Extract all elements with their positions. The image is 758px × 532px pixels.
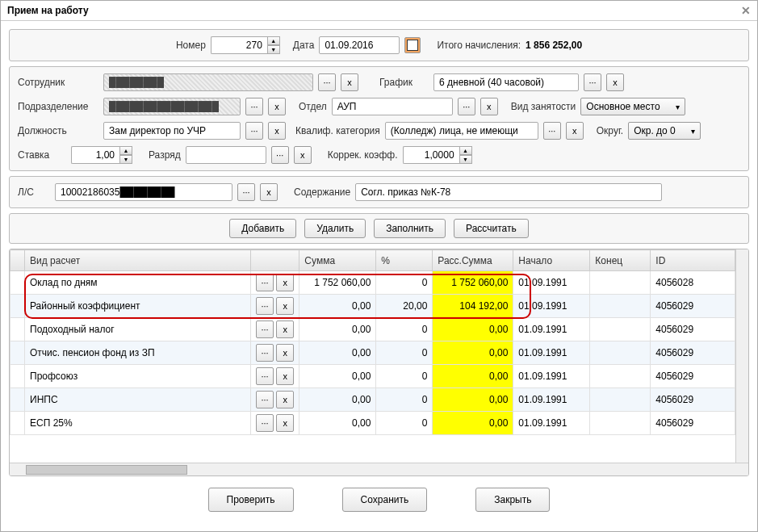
qualif-lookup-button[interactable]: ··· <box>543 122 561 140</box>
col-sum[interactable]: Сумма <box>299 250 376 271</box>
spin-up-icon[interactable]: ▲ <box>267 36 280 45</box>
close-icon[interactable]: ✕ <box>741 4 751 17</box>
calc-cell[interactable]: 0,00 <box>433 412 513 435</box>
row-clear-button[interactable]: x <box>276 414 294 432</box>
row-clear-button[interactable]: x <box>276 274 294 291</box>
expand-cell[interactable] <box>10 412 25 435</box>
name-cell[interactable]: Районный коэффициент <box>25 295 251 318</box>
position-lookup-button[interactable]: ··· <box>245 122 263 140</box>
col-id[interactable]: ID <box>651 250 735 271</box>
col-start[interactable]: Начало <box>513 250 590 271</box>
qualif-clear-button[interactable]: x <box>566 122 584 140</box>
position-clear-button[interactable]: x <box>268 122 286 140</box>
name-cell[interactable]: Профсоюз <box>25 365 251 388</box>
check-button[interactable]: Проверить <box>208 488 294 512</box>
horizontal-scrollbar[interactable] <box>10 463 748 475</box>
number-input[interactable] <box>211 36 267 54</box>
round-select[interactable]: Окр. до 0 <box>628 122 701 140</box>
calc-cell[interactable]: 0,00 <box>433 341 513 365</box>
employee-input[interactable] <box>103 73 313 91</box>
expand-cell[interactable] <box>10 295 25 318</box>
coeff-input[interactable] <box>403 146 459 164</box>
position-input[interactable] <box>103 122 241 140</box>
spin-down-icon[interactable]: ▼ <box>119 155 132 164</box>
account-input[interactable] <box>55 183 232 201</box>
employee-clear-button[interactable]: x <box>341 73 358 91</box>
employment-select[interactable]: Основное место <box>580 98 685 115</box>
end-cell[interactable] <box>590 412 651 435</box>
close-button[interactable]: Закрыть <box>475 488 550 512</box>
scrollbar-thumb[interactable] <box>26 465 187 475</box>
name-cell[interactable]: Оклад по дням <box>25 271 251 295</box>
row-clear-button[interactable]: x <box>276 367 294 385</box>
pct-cell[interactable]: 0 <box>376 341 433 365</box>
qualif-input[interactable] <box>385 122 538 140</box>
row-clear-button[interactable]: x <box>276 320 294 338</box>
col-name[interactable]: Вид расчет <box>25 250 251 271</box>
table-row[interactable]: Подоходный налог··· x0,0000,0001.09.1991… <box>10 318 735 341</box>
table-row[interactable]: Районный коэффициент··· x0,0020,00104 19… <box>10 295 735 318</box>
sum-cell[interactable]: 0,00 <box>299 318 376 341</box>
calc-cell[interactable]: 0,00 <box>433 365 513 388</box>
col-pct[interactable]: % <box>376 250 433 271</box>
rate-spinner[interactable]: ▲▼ <box>71 146 132 164</box>
start-cell[interactable]: 01.09.1991 <box>513 365 590 388</box>
employee-lookup-button[interactable]: ··· <box>318 73 336 91</box>
add-button[interactable]: Добавить <box>229 219 296 238</box>
end-cell[interactable] <box>590 388 651 412</box>
end-cell[interactable] <box>590 271 651 295</box>
spin-up-icon[interactable]: ▲ <box>459 146 472 155</box>
table-row[interactable]: ЕСП 25%··· x0,0000,0001.09.19914056029 <box>10 412 735 435</box>
start-cell[interactable]: 01.09.1991 <box>513 295 590 318</box>
fill-button[interactable]: Заполнить <box>374 219 446 238</box>
end-cell[interactable] <box>590 365 651 388</box>
calc-cell[interactable]: 0,00 <box>433 318 513 341</box>
calc-cell[interactable]: 0,00 <box>433 388 513 412</box>
col-calc[interactable]: Расс.Сумма <box>433 250 513 271</box>
sum-cell[interactable]: 0,00 <box>299 412 376 435</box>
otdel-input[interactable] <box>332 98 453 115</box>
vertical-scrollbar[interactable] <box>735 249 748 463</box>
sum-cell[interactable]: 0,00 <box>299 341 376 365</box>
rate-input[interactable] <box>71 146 119 164</box>
pct-cell[interactable]: 0 <box>376 318 433 341</box>
name-cell[interactable]: Отчис. пенсион фонд из ЗП <box>25 341 251 365</box>
schedule-input[interactable] <box>433 73 579 91</box>
row-lookup-button[interactable]: ··· <box>256 414 274 432</box>
calc-cell[interactable]: 104 192,00 <box>433 295 513 318</box>
row-lookup-button[interactable]: ··· <box>256 344 274 362</box>
dept-lookup-button[interactable]: ··· <box>245 98 263 115</box>
account-clear-button[interactable]: x <box>260 183 278 201</box>
expand-cell[interactable] <box>10 365 25 388</box>
expand-cell[interactable] <box>10 388 25 412</box>
desc-input[interactable] <box>355 183 662 201</box>
row-lookup-button[interactable]: ··· <box>256 274 274 291</box>
row-lookup-button[interactable]: ··· <box>256 297 274 315</box>
name-cell[interactable]: Подоходный налог <box>25 318 251 341</box>
start-cell[interactable]: 01.09.1991 <box>513 271 590 295</box>
calc-button[interactable]: Рассчитать <box>454 219 529 238</box>
table-row[interactable]: Отчис. пенсион фонд из ЗП··· x0,0000,000… <box>10 341 735 365</box>
start-cell[interactable]: 01.09.1991 <box>513 412 590 435</box>
otdel-lookup-button[interactable]: ··· <box>458 98 475 115</box>
row-clear-button[interactable]: x <box>276 344 294 362</box>
otdel-clear-button[interactable]: x <box>480 98 498 115</box>
coeff-spinner[interactable]: ▲▼ <box>403 146 472 164</box>
account-lookup-button[interactable]: ··· <box>237 183 255 201</box>
expand-cell[interactable] <box>10 271 25 295</box>
row-lookup-button[interactable]: ··· <box>256 391 274 408</box>
dept-clear-button[interactable]: x <box>268 98 286 115</box>
name-cell[interactable]: ЕСП 25% <box>25 412 251 435</box>
sum-cell[interactable]: 0,00 <box>299 365 376 388</box>
row-lookup-button[interactable]: ··· <box>256 367 274 385</box>
start-cell[interactable]: 01.09.1991 <box>513 388 590 412</box>
table-row[interactable]: ИНПС··· x0,0000,0001.09.19914056029 <box>10 388 735 412</box>
end-cell[interactable] <box>590 295 651 318</box>
row-lookup-button[interactable]: ··· <box>256 320 274 338</box>
spin-up-icon[interactable]: ▲ <box>119 146 132 155</box>
row-clear-button[interactable]: x <box>276 297 294 315</box>
expand-cell[interactable] <box>10 341 25 365</box>
pct-cell[interactable]: 0 <box>376 271 433 295</box>
schedule-clear-button[interactable]: x <box>606 73 624 91</box>
calc-cell[interactable]: 1 752 060,00 <box>433 271 513 295</box>
